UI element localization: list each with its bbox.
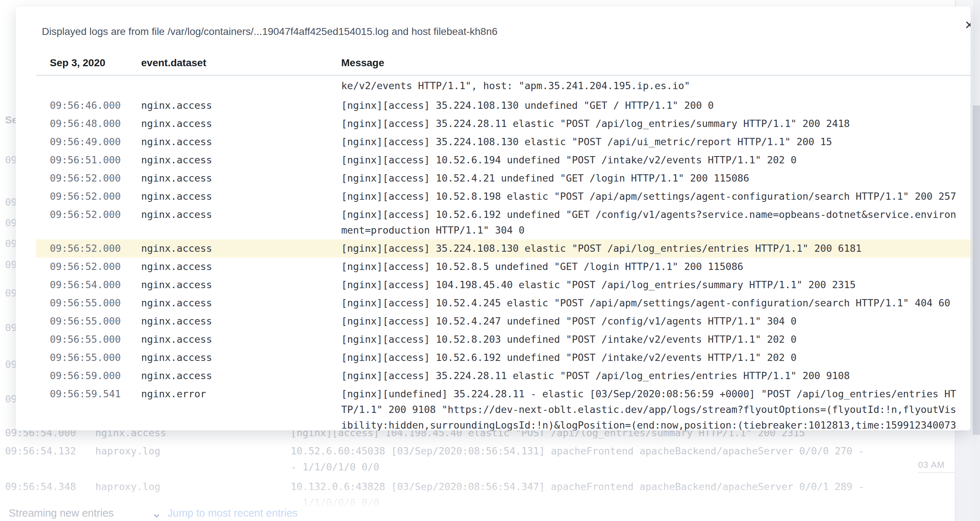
table-row: 09:56:52.000 nginx.access [nginx][access… bbox=[36, 239, 970, 258]
table-row: 09:56:55.000 nginx.access [nginx][access… bbox=[36, 349, 970, 367]
row-message: [nginx][access] 35.224.108.130 undefined… bbox=[341, 97, 958, 113]
row-dataset: nginx.access bbox=[141, 313, 341, 329]
row-message: [nginx][access] 35.224.108.130 elastic "… bbox=[341, 241, 958, 256]
row-dataset: haproxy.log bbox=[95, 443, 285, 459]
row-message: [nginx][access] 10.52.4.245 elastic "POS… bbox=[341, 295, 958, 311]
table-row: 09:56:52.000 nginx.access [nginx][access… bbox=[36, 169, 970, 187]
row-timestamp: 09:56:55.000 bbox=[50, 295, 141, 311]
background-timestamp-fragment: 09 bbox=[5, 152, 17, 168]
table-row: 09:56:55.000 nginx.access [nginx][access… bbox=[36, 312, 970, 330]
table-row: 09:56:54.000 nginx.access [nginx][access… bbox=[36, 276, 970, 294]
close-icon[interactable]: ✕ bbox=[959, 15, 970, 35]
row-timestamp: 09:56:48.000 bbox=[50, 116, 141, 131]
row-message: [nginx][access] 10.52.8.198 elastic "POS… bbox=[341, 188, 958, 204]
row-message: [nginx][undefined] 35.224.28.11 - elasti… bbox=[341, 386, 958, 430]
time-axis-tick bbox=[918, 472, 955, 473]
table-row: ke/v2/events HTTP/1.1", host: "apm.35.24… bbox=[36, 76, 970, 96]
row-dataset: nginx.access bbox=[141, 134, 341, 150]
row-dataset: nginx.access bbox=[141, 259, 341, 274]
row-dataset: nginx.access bbox=[141, 97, 341, 113]
row-timestamp: 09:56:52.000 bbox=[50, 241, 141, 256]
row-message: [nginx][access] 10.52.8.203 undefined "P… bbox=[341, 331, 958, 347]
background-timestamp-fragment: 09 bbox=[5, 320, 17, 335]
row-dataset: nginx.access bbox=[141, 152, 341, 168]
log-entries-modal: Displayed logs are from file /var/log/co… bbox=[16, 6, 970, 430]
row-message: [nginx][access] 10.52.8.5 undefined "GET… bbox=[341, 259, 958, 274]
table-row: 09:56:59.541 nginx.error [nginx][undefin… bbox=[36, 385, 970, 430]
row-dataset: nginx.access bbox=[141, 116, 341, 131]
table-row: 09:56:52.000 nginx.access [nginx][access… bbox=[36, 187, 970, 206]
row-dataset: nginx.access bbox=[141, 368, 341, 384]
row-message: [nginx][access] 35.224.28.11 elastic "PO… bbox=[341, 368, 958, 384]
row-message: [nginx][access] 10.52.6.192 undefined "P… bbox=[341, 350, 958, 365]
row-timestamp bbox=[50, 78, 141, 94]
row-message: [nginx][access] 10.52.4.21 undefined "GE… bbox=[341, 170, 958, 186]
row-timestamp: 09:56:54.000 bbox=[50, 277, 141, 293]
row-dataset bbox=[141, 78, 341, 94]
background-timestamp-fragment: 09 bbox=[5, 391, 17, 407]
background-timestamp-fragment: 09 bbox=[5, 285, 17, 301]
row-dataset: nginx.error bbox=[141, 386, 341, 430]
table-row: 09:56:49.000 nginx.access [nginx][access… bbox=[36, 133, 970, 151]
streaming-status-text: Streaming new entries bbox=[9, 507, 114, 519]
table-row: 09:56:48.000 nginx.access [nginx][access… bbox=[36, 115, 970, 133]
row-dataset: nginx.access bbox=[141, 241, 341, 256]
row-timestamp: 09:56:55.000 bbox=[50, 313, 141, 329]
row-dataset: nginx.access bbox=[141, 170, 341, 186]
row-message: 10.52.6.60:45038 [03/Sep/2020:08:56:54.1… bbox=[291, 443, 909, 475]
row-message: [nginx][access] 104.198.45.40 elastic "P… bbox=[341, 277, 958, 293]
row-dataset: nginx.access bbox=[141, 207, 341, 238]
column-header-date: Sep 3, 2020 bbox=[50, 57, 105, 69]
table-row: 09:56:55.000 nginx.access [nginx][access… bbox=[36, 294, 970, 312]
table-row: 09:56:52.000 nginx.access [nginx][access… bbox=[36, 258, 970, 276]
row-timestamp: 09:56:59.541 bbox=[50, 386, 141, 430]
row-timestamp: 09:56:55.000 bbox=[50, 331, 141, 347]
row-timestamp: 09:56:52.000 bbox=[50, 188, 141, 204]
row-message: [nginx][access] 10.52.6.192 undefined "G… bbox=[341, 207, 958, 238]
table-row: 09:56:52.000 nginx.access [nginx][access… bbox=[36, 206, 970, 239]
background-timestamp-fragment: 09 bbox=[5, 194, 17, 210]
row-message: [nginx][access] 10.52.6.194 undefined "P… bbox=[341, 152, 958, 168]
background-timestamp-fragment: 09 bbox=[5, 215, 17, 231]
row-message: [nginx][access] 35.224.28.11 elastic "PO… bbox=[341, 116, 958, 131]
jump-to-recent-link[interactable]: ⌄ Jump to most recent entries bbox=[151, 507, 298, 519]
page-scrollbar[interactable] bbox=[973, 0, 980, 521]
chevron-down-icon: ⌄ bbox=[151, 507, 162, 519]
row-message: [nginx][access] 35.224.108.130 elastic "… bbox=[341, 134, 958, 150]
page-scrollbar-thumb[interactable] bbox=[973, 105, 980, 435]
row-timestamp: 09:56:52.000 bbox=[50, 207, 141, 238]
jump-link-label: Jump to most recent entries bbox=[168, 507, 298, 519]
row-message: ke/v2/events HTTP/1.1", host: "apm.35.24… bbox=[341, 78, 958, 94]
table-row: 09:56:55.000 nginx.access [nginx][access… bbox=[36, 330, 970, 349]
row-dataset: nginx.access bbox=[141, 350, 341, 365]
log-entries-table[interactable]: ke/v2/events HTTP/1.1", host: "apm.35.24… bbox=[36, 76, 970, 430]
column-header-dataset: event.dataset bbox=[141, 57, 206, 69]
row-dataset: nginx.access bbox=[141, 277, 341, 293]
stream-status-bar: Streaming new entries ⌄ Jump to most rec… bbox=[0, 507, 980, 521]
modal-title: Displayed logs are from file /var/log/co… bbox=[42, 26, 498, 37]
row-message: [nginx][access] 10.52.4.247 undefined "P… bbox=[341, 313, 958, 329]
background-timestamp-fragment: 09 bbox=[5, 357, 17, 372]
row-timestamp: 09:56:52.000 bbox=[50, 259, 141, 274]
background-timestamp-fragment: 09 bbox=[5, 257, 17, 272]
row-timestamp: 09:56:54.132 bbox=[5, 443, 92, 459]
row-dataset: nginx.access bbox=[141, 295, 341, 311]
row-timestamp: 09:56:49.000 bbox=[50, 134, 141, 150]
row-dataset: nginx.access bbox=[141, 188, 341, 204]
table-row: 09:56:51.000 nginx.access [nginx][access… bbox=[36, 151, 970, 169]
row-timestamp: 09:56:52.000 bbox=[50, 170, 141, 186]
row-timestamp: 09:56:59.000 bbox=[50, 368, 141, 384]
row-dataset: nginx.access bbox=[141, 331, 341, 347]
background-timestamp-fragment: 09 bbox=[5, 236, 17, 252]
row-timestamp: 09:56:55.000 bbox=[50, 350, 141, 365]
table-row: 09:56:46.000 nginx.access [nginx][access… bbox=[36, 96, 970, 115]
table-row: 09:56:59.000 nginx.access [nginx][access… bbox=[36, 367, 970, 385]
row-timestamp: 09:56:51.000 bbox=[50, 152, 141, 168]
time-axis-label: 03 AM bbox=[918, 460, 955, 470]
row-timestamp: 09:56:46.000 bbox=[50, 97, 141, 113]
column-header-message: Message bbox=[341, 57, 384, 69]
